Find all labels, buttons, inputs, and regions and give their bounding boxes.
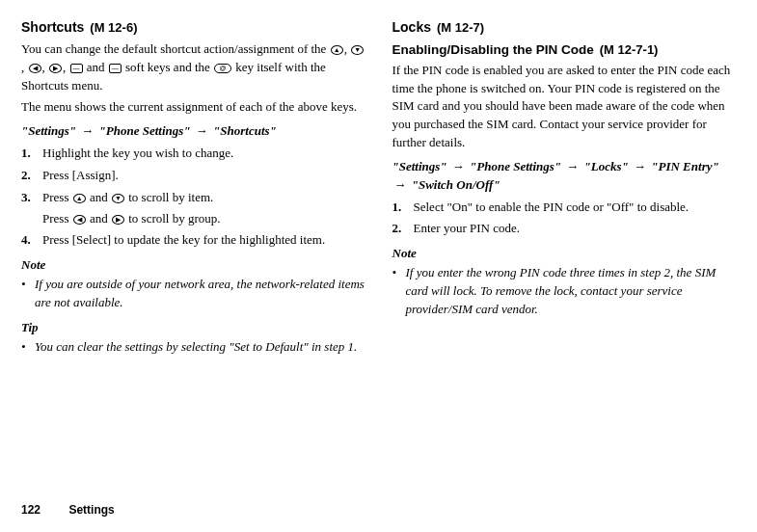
right-key-icon xyxy=(49,64,62,73)
note-text: If you are outside of your network area,… xyxy=(35,276,365,312)
locks-title: Locks xyxy=(392,17,431,37)
step-body: Press [Select] to update the key for the… xyxy=(42,231,365,250)
left-key-icon xyxy=(73,215,86,225)
step-3: Press and to scroll by item. Press and t… xyxy=(21,189,365,228)
step-1: Highlight the key you wish to change. xyxy=(21,145,365,163)
locks-header: Locks (M 12-7) xyxy=(392,17,737,38)
arrow-icon: → xyxy=(79,123,95,138)
shortcuts-header: Shortcuts (M 12-6) xyxy=(21,17,365,38)
arrow-icon: → xyxy=(450,159,467,173)
step-body: Highlight the key you wish to change. xyxy=(42,145,365,163)
s3c: to scroll by item. xyxy=(125,190,213,204)
step-body: Select "On" to enable the PIN code or "O… xyxy=(414,199,737,217)
intro-and: and xyxy=(84,60,108,74)
note-heading: Note xyxy=(21,256,365,275)
footer-section: Settings xyxy=(68,503,114,517)
step-body: Press [Assign]. xyxy=(42,167,365,185)
step-3-sub: Press and to scroll by group. xyxy=(42,210,365,228)
arrow-icon: → xyxy=(564,159,581,173)
s3a: Press xyxy=(42,190,72,204)
step-body: Enter your PIN code. xyxy=(414,220,737,238)
center-key-icon xyxy=(214,64,231,73)
shortcuts-steps: Highlight the key you wish to change. Pr… xyxy=(21,145,365,250)
left-key-icon xyxy=(29,64,41,73)
right-column: Locks (M 12-7) Enabling/Disabling the PI… xyxy=(392,17,737,357)
left-column: Shortcuts (M 12-6) You can change the de… xyxy=(21,17,365,357)
step-2: Press [Assign]. xyxy=(21,167,365,185)
page-number: 122 xyxy=(21,503,41,517)
intro-part-b: soft keys and the xyxy=(122,60,213,74)
step-4: Press [Select] to update the key for the… xyxy=(21,231,365,250)
tip-list: You can clear the settings by selecting … xyxy=(21,338,365,357)
note-list: If you enter the wrong PIN code three ti… xyxy=(392,264,737,319)
shortcuts-mcode: (M 12-6) xyxy=(90,19,137,38)
note-text: If you enter the wrong PIN code three ti… xyxy=(406,264,737,319)
note-heading: Note xyxy=(392,245,737,263)
locks-mcode: (M 12-7) xyxy=(437,19,484,38)
arrow-icon: → xyxy=(632,159,648,173)
up-key-icon xyxy=(73,194,86,203)
page-footer: 122 Settings xyxy=(21,502,115,519)
shortcuts-title: Shortcuts xyxy=(21,17,84,37)
pin-sub-title: Enabling/Disabling the PIN Code xyxy=(392,40,594,60)
pin-steps: Select "On" to enable the PIN code or "O… xyxy=(392,199,737,239)
down-key-icon xyxy=(351,45,364,55)
nav-p3: "Shortcuts" xyxy=(213,123,277,138)
arrow-icon: → xyxy=(194,123,210,138)
s3b: and xyxy=(87,190,111,204)
nav-p4: "PIN Entry" xyxy=(651,159,718,173)
note-item: If you enter the wrong PIN code three ti… xyxy=(392,264,737,319)
nav-p3: "Locks" xyxy=(584,159,629,173)
s3sub-a: Press xyxy=(42,211,72,226)
shortcuts-para2: The menu shows the current assignment of… xyxy=(21,98,365,117)
nav-p2: "Phone Settings" xyxy=(99,123,191,138)
intro-part-a: You can change the default shortcut acti… xyxy=(21,41,330,56)
up-key-icon xyxy=(331,45,343,55)
s3sub-c: to scroll by group. xyxy=(125,211,221,226)
pin-sub-header: Enabling/Disabling the PIN Code (M 12-7-… xyxy=(392,40,737,60)
right-key-icon xyxy=(112,215,124,225)
nav-p1: "Settings" xyxy=(392,159,447,173)
arrow-icon: → xyxy=(392,177,409,192)
s3sub-b: and xyxy=(87,211,111,226)
step-2: Enter your PIN code. xyxy=(392,220,737,238)
note-item: If you are outside of your network area,… xyxy=(21,276,365,312)
tip-heading: Tip xyxy=(21,319,365,337)
step-body: Press and to scroll by item. Press and t… xyxy=(42,189,365,228)
nav-p5: "Switch On/Off" xyxy=(412,177,500,192)
nav-p1: "Settings" xyxy=(21,123,76,138)
tip-text: You can clear the settings by selecting … xyxy=(35,338,357,357)
nav-p2: "Phone Settings" xyxy=(470,159,561,173)
softkey-right-icon xyxy=(109,64,122,73)
note-list: If you are outside of your network area,… xyxy=(21,276,365,312)
shortcuts-intro: You can change the default shortcut acti… xyxy=(21,40,365,95)
tip-item: You can clear the settings by selecting … xyxy=(21,338,365,357)
step-1: Select "On" to enable the PIN code or "O… xyxy=(392,199,737,217)
shortcuts-nav-path: "Settings" → "Phone Settings" → "Shortcu… xyxy=(21,122,365,141)
pin-intro: If the PIN code is enabled you are asked… xyxy=(392,62,737,152)
down-key-icon xyxy=(112,194,124,203)
pin-nav-path: "Settings" → "Phone Settings" → "Locks" … xyxy=(392,158,737,195)
pin-sub-mcode: (M 12-7-1) xyxy=(600,41,659,60)
softkey-left-icon xyxy=(70,64,83,73)
